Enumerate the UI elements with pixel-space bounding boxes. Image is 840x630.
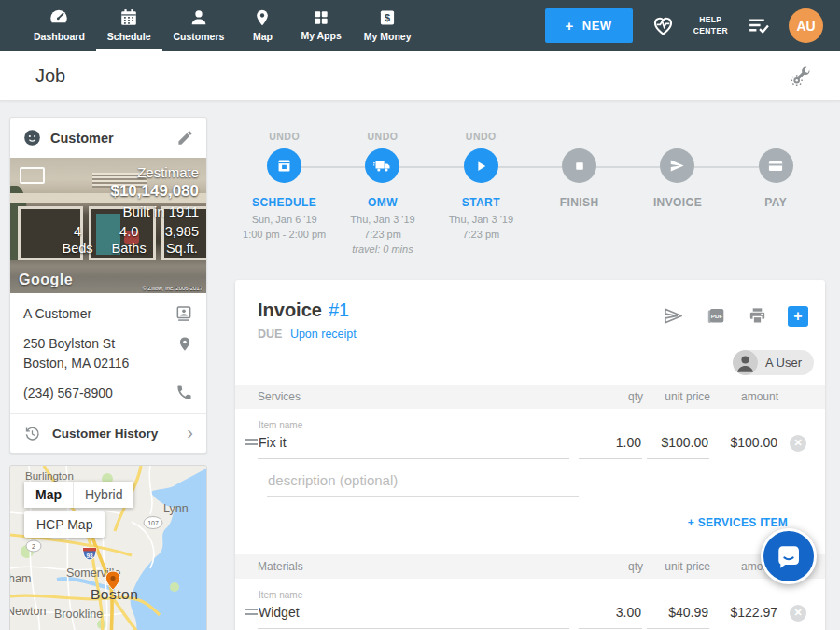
drag-handle-icon[interactable]	[245, 609, 258, 618]
section-title: Services	[258, 390, 580, 403]
heart-pulse-icon[interactable]	[651, 14, 675, 37]
svg-text:93: 93	[86, 553, 93, 559]
send-invoice-button[interactable]	[662, 305, 685, 327]
item-name-input[interactable]	[258, 435, 569, 459]
qty-input[interactable]	[579, 605, 642, 629]
zestimate-overlay: Zestimate $10,149,080 Built in 1911 4 Be…	[63, 164, 199, 256]
qty-input[interactable]	[579, 435, 642, 459]
unit-price-input[interactable]	[647, 605, 709, 629]
map-card[interactable]: 107 2 93 Burlington Lynn Somerville ham	[9, 465, 207, 630]
customer-name-row: A Customer	[23, 304, 193, 323]
map-label-lynn: Lynn	[163, 502, 189, 515]
timeline-step-omw: UNDO OMW Thu, Jan 3 '19 7:23 pm travel: …	[333, 131, 431, 258]
invoice-number[interactable]: #1	[329, 300, 349, 321]
address-line2: Boston, MA 02116	[23, 356, 129, 371]
job-settings-button[interactable]	[791, 65, 812, 87]
undo-link[interactable]: UNDO	[368, 131, 399, 145]
nav-item-map[interactable]: Map	[235, 0, 289, 51]
nav-item-schedule[interactable]: Schedule	[96, 0, 162, 51]
qty-header: qty	[580, 390, 643, 403]
nav-item-dashboard[interactable]: Dashboard	[22, 0, 96, 51]
address-line1: 250 Boylston St	[23, 336, 115, 351]
unit-price-column	[647, 604, 709, 629]
left-column: Customer Zestimate $10,149,080 Built	[9, 101, 207, 630]
customer-card: Customer Zestimate $10,149,080 Built	[9, 117, 207, 454]
step-date: Thu, Jan 3 '19 7:23 pm	[449, 213, 513, 243]
print-button[interactable]	[747, 305, 768, 327]
pay-step-button[interactable]	[759, 148, 793, 183]
remove-item-button[interactable]: ✕	[790, 605, 806, 622]
customer-face-icon	[22, 128, 42, 147]
description-row	[267, 472, 579, 497]
qty-header: qty	[580, 560, 643, 573]
edit-customer-button[interactable]	[176, 129, 194, 147]
property-photo[interactable]: Zestimate $10,149,080 Built in 1911 4 Be…	[10, 158, 206, 293]
due-value-link[interactable]: Upon receipt	[290, 328, 357, 341]
step-date-line2: 1:00 pm - 2:00 pm	[243, 228, 326, 243]
user-avatar[interactable]: AU	[789, 8, 823, 43]
close-icon: ✕	[793, 438, 802, 448]
nav-item-my-money[interactable]: $ My Money	[353, 0, 423, 51]
map-label-newton: Newton	[10, 605, 46, 618]
schedule-icon	[119, 7, 139, 28]
stat-baths: 4.0 Baths	[112, 224, 147, 256]
hcp-map-button[interactable]: HCP Map	[24, 511, 105, 538]
customer-name: A Customer	[23, 304, 175, 323]
nav-item-my-apps[interactable]: My Apps	[289, 0, 352, 51]
finish-step-button[interactable]	[562, 148, 596, 183]
due-label: DUE	[258, 328, 282, 341]
undo-link[interactable]: UNDO	[269, 131, 300, 145]
map-type-map-button[interactable]: Map	[24, 482, 73, 508]
paper-plane-icon	[662, 305, 685, 327]
chat-bubble-button[interactable]	[761, 528, 817, 584]
help-center-line2: CENTER	[693, 26, 728, 36]
stat-beds: 4 Beds	[63, 224, 93, 256]
step-date-line1: Thu, Jan 3 '19	[449, 213, 513, 228]
schedule-step-button[interactable]	[267, 148, 301, 183]
timeline-step-pay: PAY	[727, 131, 825, 258]
add-services-item-link[interactable]: + SERVICES ITEM	[688, 516, 788, 529]
help-center-link[interactable]: HELP CENTER	[693, 15, 728, 35]
zestimate-value: $10,149,080	[63, 182, 199, 201]
help-center-line1: HELP	[693, 15, 728, 25]
qty-column	[579, 604, 642, 629]
street-view-icon[interactable]	[20, 167, 45, 184]
pdf-button[interactable]: PDF	[705, 305, 727, 328]
location-pin-icon[interactable]	[176, 334, 193, 354]
item-name-column: Item name	[258, 590, 569, 629]
add-invoice-button[interactable]: +	[788, 306, 808, 327]
map-shield-107: 107	[144, 517, 162, 529]
nav-item-customers[interactable]: Customers	[162, 0, 236, 51]
play-icon	[472, 158, 489, 175]
stat-label: Baths	[112, 241, 147, 256]
nav-right: + NEW HELP CENTER AU	[545, 0, 840, 51]
remove-item-button[interactable]: ✕	[790, 435, 806, 452]
invoice-card: Invoice #1 DUE Upon receipt PDF	[235, 280, 825, 630]
item-name-input[interactable]	[258, 605, 569, 629]
description-input[interactable]	[267, 472, 579, 497]
amount-value: $122.97	[709, 605, 777, 629]
step-label: FINISH	[560, 196, 599, 209]
customers-icon	[189, 7, 209, 28]
drag-handle-icon[interactable]	[245, 439, 258, 448]
undo-link[interactable]: UNDO	[466, 131, 497, 145]
stat-sqft: 3,985 Sq.ft.	[165, 224, 199, 256]
new-button[interactable]: + NEW	[545, 8, 633, 43]
invoice-step-button[interactable]	[660, 148, 694, 183]
material-item-row: Item name $122.97 ✕	[235, 579, 825, 629]
customer-history-row[interactable]: Customer History ›	[10, 413, 206, 453]
contact-card-icon[interactable]	[175, 304, 193, 323]
start-step-button[interactable]	[464, 148, 498, 183]
built-year: Built in 1911	[63, 203, 199, 219]
pdf-icon: PDF	[705, 305, 727, 328]
map-label-waltham: ham	[10, 572, 31, 585]
invoice-title: Invoice	[258, 300, 322, 321]
phone-icon[interactable]	[175, 384, 193, 401]
plus-icon: +	[793, 309, 802, 324]
unit-price-input[interactable]	[647, 435, 709, 459]
checklist-icon[interactable]	[747, 14, 770, 37]
omw-step-button[interactable]	[365, 148, 399, 183]
assigned-user-chip[interactable]: A User	[733, 350, 814, 375]
main-column: UNDO SCHEDULE Sun, Jan 6 '19 1:00 pm - 2…	[235, 101, 825, 630]
map-type-hybrid-button[interactable]: Hybrid	[73, 482, 133, 508]
